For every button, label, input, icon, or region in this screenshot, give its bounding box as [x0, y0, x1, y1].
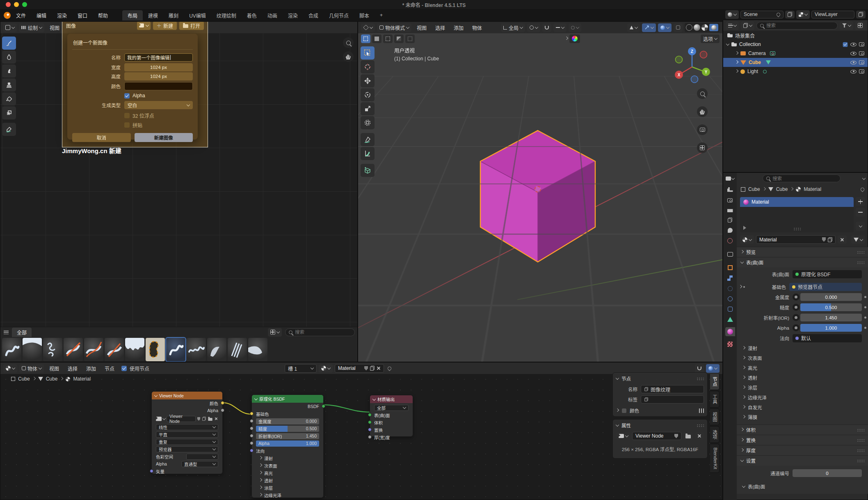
surface-shader-field[interactable]: 原理化 BSDF	[793, 270, 862, 278]
snap-toggle[interactable]	[542, 23, 551, 32]
tab-modifiers-icon[interactable]	[727, 275, 733, 281]
transform-tool[interactable]	[361, 116, 375, 129]
alpha-slider[interactable]: 1.000	[800, 324, 862, 332]
viewer-node[interactable]: Viewer Node 颜色 Alpha Viewer Node 线性 平直 重…	[151, 391, 223, 474]
image-browse-dropdown[interactable]	[616, 432, 630, 440]
asset-catalog-tab-all[interactable]: 全部	[12, 328, 32, 337]
workspace-tab-modeling[interactable]: 建模	[143, 10, 163, 21]
panel-settings[interactable]: 设置	[737, 455, 868, 466]
alpha-mode-dropdown[interactable]: 直通型	[181, 461, 218, 467]
viewlayer-selector[interactable]: ViewLayer	[811, 11, 854, 18]
open-image-icon[interactable]	[208, 417, 212, 420]
image-name-input[interactable]: 我的第一个图像编辑	[124, 53, 193, 62]
brush-thumbnail[interactable]	[125, 338, 144, 361]
brush-tool[interactable]	[2, 37, 16, 50]
unlink-material-button[interactable]	[838, 235, 847, 244]
keyframe-dot-icon[interactable]	[864, 306, 866, 308]
tab-collection-icon[interactable]	[727, 252, 733, 257]
outliner-search[interactable]	[756, 22, 838, 30]
tab-scene-icon[interactable]	[728, 228, 733, 233]
zoom-icon[interactable]	[697, 88, 708, 99]
new-image-button[interactable]: 新建	[153, 21, 177, 30]
color-swatch[interactable]	[124, 82, 193, 90]
image-menu[interactable]: 图像	[66, 22, 76, 29]
select-mode-new-button[interactable]	[361, 34, 370, 43]
menu-render[interactable]: 渲染	[52, 12, 72, 19]
fake-user-icon[interactable]	[197, 417, 200, 421]
panel-preview[interactable]: 预览	[737, 247, 868, 257]
slot-list-expand-icon[interactable]	[743, 226, 746, 230]
subpanel-thin-film[interactable]: 薄膜	[737, 412, 868, 422]
expand-icon[interactable]	[735, 69, 738, 73]
subpanel-specular[interactable]: 高光	[737, 363, 868, 373]
viewport-object-menu[interactable]: 物体	[469, 24, 485, 31]
disable-render-icon[interactable]	[859, 60, 864, 64]
outliner-row-scene-collection[interactable]: 场景集合	[723, 31, 868, 40]
outliner-row-light[interactable]: Light	[723, 67, 868, 76]
move-tool[interactable]	[361, 74, 375, 87]
viewport-add-menu[interactable]: 添加	[450, 24, 467, 31]
tab-constraints-icon[interactable]	[728, 307, 733, 312]
tab-texture-icon[interactable]	[727, 342, 733, 347]
alpha-slider[interactable]: Alpha1.000	[256, 440, 319, 447]
editor-type-dropdown[interactable]	[723, 173, 737, 181]
expand-icon[interactable]	[735, 51, 738, 55]
copy-icon[interactable]	[370, 366, 375, 371]
viewlayer-copy-button[interactable]	[856, 11, 866, 18]
keyframe-dot-icon[interactable]	[864, 317, 866, 319]
node-label-field[interactable]	[641, 395, 704, 404]
breadcrumb-data[interactable]: Cube	[776, 186, 788, 192]
shader-view-menu[interactable]: 视图	[46, 365, 62, 372]
shader-select-menu[interactable]: 选择	[64, 365, 81, 372]
breadcrumb-material[interactable]: Material	[804, 186, 821, 192]
bsdf-subpanel-subsurface[interactable]: 次表面	[252, 462, 323, 469]
workspace-tab-animation[interactable]: 动画	[262, 10, 283, 21]
remove-material-slot-button[interactable]	[856, 208, 865, 217]
height-field[interactable]: 1024 px	[124, 72, 193, 80]
material-output-node[interactable]: 材质输出 全部 表(曲)面 体积 置换 厚(宽)度	[370, 395, 413, 437]
roughness-slider[interactable]: 糙度0.500	[256, 426, 319, 432]
fake-user-icon[interactable]	[674, 434, 678, 438]
tab-object-icon[interactable]	[728, 265, 733, 270]
bsdf-subpanel-specular[interactable]: 高光	[252, 469, 323, 477]
panel-node[interactable]: 节点	[616, 375, 704, 382]
base-color-field[interactable]: 预览器节点	[789, 283, 862, 291]
pan-hand-icon[interactable]	[697, 106, 708, 117]
alpha-socket-button[interactable]	[793, 324, 799, 331]
brush-color-preview[interactable]	[569, 34, 580, 43]
shader-add-menu[interactable]: 添加	[83, 365, 99, 372]
shading-rendered-button[interactable]	[709, 24, 718, 31]
snap-settings-dropdown[interactable]	[553, 23, 566, 32]
scale-tool[interactable]	[361, 102, 375, 115]
use-nodes-checkbox[interactable]	[121, 366, 127, 371]
disable-render-icon[interactable]	[859, 42, 864, 46]
brush-thumbnail[interactable]	[64, 338, 83, 361]
brush-thumbnail[interactable]	[228, 338, 247, 361]
outliner-filter-button[interactable]	[840, 21, 853, 30]
subpanel-diffuse[interactable]: 漫射	[737, 343, 868, 353]
brush-thumbnail[interactable]	[84, 338, 103, 361]
node-name-field[interactable]: 图像纹理	[641, 385, 704, 393]
snap-toggle[interactable]	[695, 364, 704, 373]
extension-dropdown[interactable]: 重复	[156, 439, 218, 445]
breadcrumb-object[interactable]: Cube	[748, 186, 760, 192]
float32-checkbox[interactable]	[124, 113, 130, 118]
mask-tool[interactable]	[2, 106, 16, 119]
cube-object[interactable]	[472, 126, 603, 268]
metallic-socket-button[interactable]	[793, 294, 799, 300]
pan-hand-icon[interactable]	[343, 51, 354, 62]
ior-slider[interactable]: 1.450	[800, 314, 862, 321]
subpanel-emission[interactable]: 自发光	[737, 402, 868, 412]
overlays-dropdown[interactable]	[706, 364, 720, 373]
subpanel-coat[interactable]: 涂层	[737, 383, 868, 392]
asset-search[interactable]	[285, 328, 355, 336]
shading-material-button[interactable]	[701, 24, 708, 31]
expand-icon[interactable]	[735, 60, 738, 64]
tiled-checkbox[interactable]	[124, 122, 130, 128]
menu-window[interactable]: 窗口	[72, 12, 93, 19]
asset-search-input[interactable]	[295, 330, 351, 335]
panel-item[interactable]: 属性	[616, 422, 704, 429]
gizmos-dropdown[interactable]	[642, 23, 656, 32]
hide-eye-icon[interactable]	[850, 52, 857, 55]
width-field[interactable]: 1024 px	[124, 63, 193, 71]
